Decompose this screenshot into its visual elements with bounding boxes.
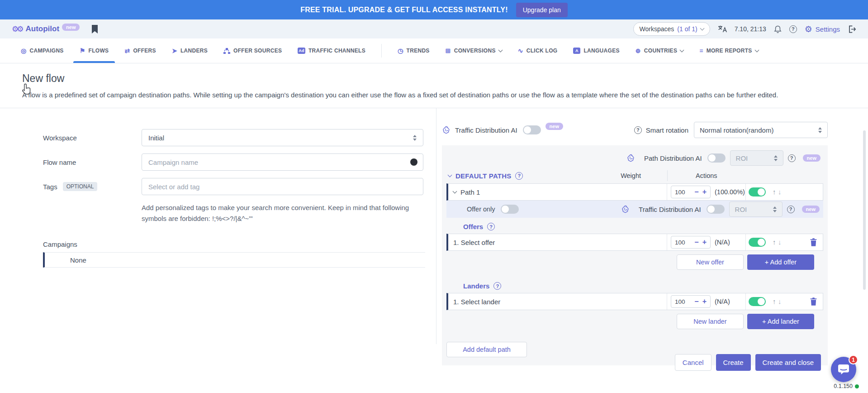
path-ai-toggle[interactable]	[707, 153, 726, 163]
workspace-select[interactable]: Initial	[142, 129, 423, 146]
landers-help-icon[interactable]: ?	[493, 282, 501, 290]
move-up-icon[interactable]: ↑	[773, 238, 776, 246]
nav-item-flows[interactable]: ⚑ FLOWS	[80, 38, 109, 63]
weight-increase-button[interactable]: +	[702, 239, 707, 246]
weight-increase-button[interactable]: +	[702, 188, 707, 196]
delete-offer-trash-icon[interactable]	[810, 238, 817, 246]
path-name: Path 1	[460, 188, 480, 196]
workspaces-label: Workspaces	[640, 25, 674, 33]
flow-paths-panel: Traffic Distribution AI new ? Smart rota…	[436, 108, 868, 344]
move-down-icon[interactable]: ↓	[778, 297, 782, 305]
nav-item-more-reports[interactable]: ≡ MORE REPORTS	[699, 38, 758, 63]
flow-name-input[interactable]	[148, 158, 417, 166]
default-paths-help-icon[interactable]: ?	[515, 172, 523, 180]
path-weight-value[interactable]: 100	[675, 189, 691, 196]
weight-decrease-button[interactable]: −	[694, 298, 698, 305]
weight-decrease-button[interactable]: −	[694, 239, 698, 246]
offers-help-icon[interactable]: ?	[487, 223, 495, 230]
bookmark-icon[interactable]	[91, 25, 98, 34]
path-weight-stepper[interactable]: 100 − +	[671, 186, 711, 198]
settings-gear-icon[interactable]: ⚙	[805, 24, 812, 34]
conversions-icon: ⊞	[446, 48, 451, 54]
nav-item-landers[interactable]: ➤ LANDERS	[172, 38, 208, 63]
move-down-icon[interactable]: ↓	[778, 238, 782, 246]
chat-widget-button[interactable]: 1	[831, 357, 856, 382]
delete-lander-trash-icon[interactable]	[810, 297, 817, 306]
offer-enabled-toggle[interactable]	[749, 238, 766, 247]
offers-icon: ⇄	[124, 48, 130, 54]
offer-weight-stepper[interactable]: 100 − +	[671, 236, 711, 249]
lander-enabled-toggle[interactable]	[749, 297, 766, 306]
tags-row: Tags OPTIONAL	[43, 178, 436, 195]
select-caret-icon	[774, 155, 778, 161]
path-ai-help-icon[interactable]: ?	[788, 154, 796, 162]
traffic-ai-toggle[interactable]	[523, 125, 541, 134]
smart-rotation-help-icon[interactable]: ?	[634, 126, 642, 134]
new-lander-button[interactable]: New lander	[677, 314, 744, 329]
workspaces-selector[interactable]: Workspaces (1 of 1)	[633, 22, 710, 36]
path-weight-percent: (100.00%)	[715, 188, 745, 196]
upgrade-plan-button[interactable]: Upgrade plan	[516, 3, 568, 17]
offer-only-toggle[interactable]	[501, 205, 519, 214]
lander-name: 1. Select lander	[453, 298, 500, 306]
nav-label: OFFER SOURCES	[233, 48, 282, 54]
scrollbar[interactable]	[863, 130, 866, 290]
flow-color-dot[interactable]	[410, 158, 417, 166]
path-enabled-toggle[interactable]	[749, 187, 766, 196]
path-collapse-chevron-icon[interactable]	[453, 189, 457, 193]
app-logo[interactable]: Autopilot	[25, 24, 59, 34]
nav-item-offer-sources[interactable]: OFFER SOURCES	[223, 38, 282, 63]
logout-icon[interactable]	[848, 25, 856, 34]
mouse-cursor	[22, 83, 32, 97]
flow-name-row: Flow name	[43, 153, 436, 171]
smart-rotation-select[interactable]: Normal rotation(random)	[694, 122, 828, 138]
collapse-chevron-icon[interactable]	[448, 173, 452, 177]
move-up-icon[interactable]: ↑	[773, 188, 776, 196]
traffic-ai-group: Traffic Distribution AI new	[442, 125, 563, 134]
cancel-button[interactable]: Cancel	[675, 354, 711, 371]
nav-item-countries[interactable]: ⊕ COUNTRIES	[636, 38, 683, 63]
path-traffic-ai-toggle[interactable]	[707, 205, 725, 214]
nav-item-campaigns[interactable]: ◎ CAMPAIGNS	[21, 38, 64, 63]
lander-name-cell[interactable]: 1. Select lander	[448, 293, 667, 310]
path-ai-metric-select[interactable]: ROI	[730, 150, 783, 166]
settings-label[interactable]: Settings	[816, 25, 840, 33]
tags-input[interactable]	[148, 183, 417, 191]
notifications-bell-icon[interactable]	[774, 25, 782, 34]
weight-increase-button[interactable]: +	[702, 298, 707, 305]
lander-weight-value[interactable]: 100	[675, 298, 691, 305]
app-bar: ⚙⚙ Autopilot new Workspaces (1 of 1) 7.1…	[0, 19, 868, 38]
countries-icon: ⊕	[636, 48, 641, 54]
campaigns-icon: ◎	[21, 48, 27, 54]
new-offer-button[interactable]: New offer	[677, 254, 744, 270]
lander-weight-stepper[interactable]: 100 − +	[671, 295, 711, 308]
move-up-icon[interactable]: ↑	[773, 297, 776, 305]
move-down-icon[interactable]: ↓	[778, 188, 782, 196]
nav-item-traffic-channels[interactable]: Ad TRAFFIC CHANNELS	[298, 38, 365, 63]
add-lander-button[interactable]: + Add lander	[747, 314, 814, 329]
offer-name-cell[interactable]: 1. Select offer	[448, 234, 667, 250]
select-caret-icon	[413, 135, 417, 141]
nav-item-languages[interactable]: A LANGUAGES	[573, 38, 619, 63]
nav-item-trends[interactable]: ◷ TRENDS	[398, 38, 430, 63]
help-icon[interactable]: ?	[789, 25, 797, 33]
add-offer-button[interactable]: + Add offer	[747, 254, 814, 270]
nav-item-offers[interactable]: ⇄ OFFERS	[124, 38, 156, 63]
nav-label: OFFERS	[133, 48, 156, 54]
nav-label: TRENDS	[407, 48, 430, 54]
nav-item-click-log[interactable]: ∿ CLICK LOG	[518, 38, 558, 63]
campaigns-value-row: None	[43, 252, 425, 268]
landers-header: Landers ?	[463, 282, 823, 290]
add-default-path-button[interactable]: Add default path	[446, 342, 527, 357]
nav-item-conversions[interactable]: ⊞ CONVERSIONS	[446, 38, 502, 63]
offer-actions-cell: ↑ ↓	[745, 234, 823, 250]
path-traffic-ai-metric-select[interactable]: ROI	[729, 201, 783, 217]
create-and-close-button[interactable]: Create and close	[755, 354, 821, 371]
translate-icon[interactable]	[718, 25, 727, 33]
traffic-ai-help-icon[interactable]: ?	[787, 206, 795, 213]
offer-weight-value[interactable]: 100	[675, 239, 691, 246]
create-button[interactable]: Create	[716, 354, 751, 371]
weight-decrease-button[interactable]: −	[694, 188, 698, 196]
click-log-icon: ∿	[518, 48, 523, 54]
traffic-ai-new-badge: new	[545, 123, 563, 130]
